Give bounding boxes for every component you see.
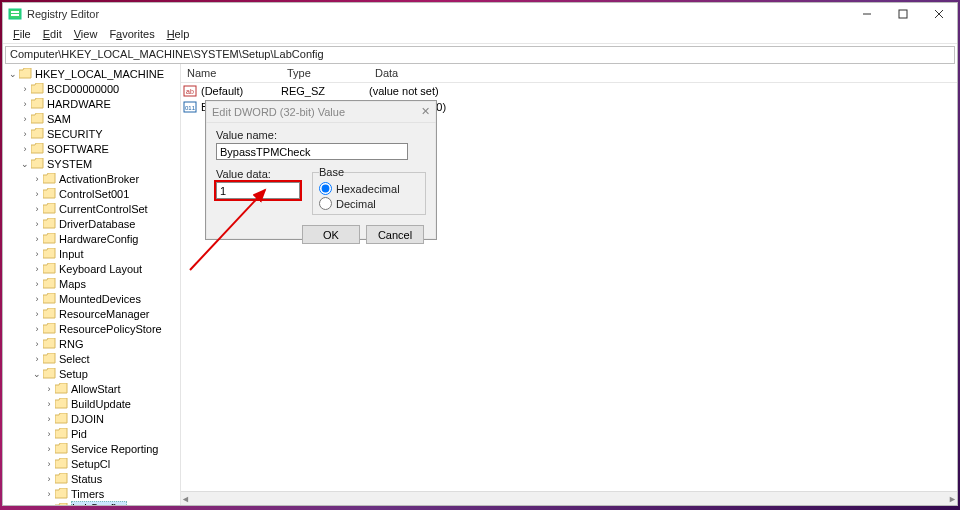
tree-item[interactable]: ›DJOIN xyxy=(3,411,180,426)
tree-item[interactable]: ›RNG xyxy=(3,336,180,351)
registry-tree[interactable]: ⌄HKEY_LOCAL_MACHINE›BCD00000000›HARDWARE… xyxy=(3,64,181,505)
tree-item-label: Input xyxy=(59,248,87,260)
radio-decimal[interactable]: Decimal xyxy=(319,197,419,210)
menu-edit[interactable]: Edit xyxy=(37,28,68,40)
tree-item-label: ActivationBroker xyxy=(59,173,143,185)
expand-toggle-icon[interactable]: › xyxy=(31,189,43,199)
maximize-button[interactable] xyxy=(885,3,921,25)
tree-item[interactable]: ›DriverDatabase xyxy=(3,216,180,231)
tree-item[interactable]: ›Select xyxy=(3,351,180,366)
tree-item[interactable]: ›CurrentControlSet xyxy=(3,201,180,216)
expand-toggle-icon[interactable]: › xyxy=(19,99,31,109)
menu-help[interactable]: Help xyxy=(161,28,196,40)
tree-item[interactable]: ›BuildUpdate xyxy=(3,396,180,411)
expand-toggle-icon[interactable]: › xyxy=(31,219,43,229)
col-name[interactable]: Name xyxy=(181,67,281,79)
expand-toggle-icon[interactable]: › xyxy=(43,399,55,409)
dialog-close-icon[interactable]: ✕ xyxy=(421,105,430,118)
svg-text:ab: ab xyxy=(186,88,194,95)
tree-item[interactable]: ⌄HKEY_LOCAL_MACHINE xyxy=(3,66,180,81)
expand-toggle-icon[interactable]: ⌄ xyxy=(7,69,19,79)
menubar: File Edit View Favorites Help xyxy=(3,25,957,44)
expand-toggle-icon[interactable]: › xyxy=(43,459,55,469)
tree-item-label: SAM xyxy=(47,113,75,125)
tree-item[interactable]: ›MountedDevices xyxy=(3,291,180,306)
tree-item[interactable]: ›Service Reporting xyxy=(3,441,180,456)
list-row[interactable]: ab(Default)REG_SZ(value not set) xyxy=(181,83,957,99)
tree-item[interactable]: ›SOFTWARE xyxy=(3,141,180,156)
expand-toggle-icon[interactable]: › xyxy=(31,294,43,304)
expand-toggle-icon[interactable]: › xyxy=(43,474,55,484)
value-data-field[interactable] xyxy=(216,182,300,199)
list-header[interactable]: Name Type Data xyxy=(181,64,957,83)
col-type[interactable]: Type xyxy=(281,67,369,79)
minimize-button[interactable] xyxy=(849,3,885,25)
tree-item[interactable]: ›Keyboard Layout xyxy=(3,261,180,276)
expand-toggle-icon[interactable]: › xyxy=(19,144,31,154)
expand-toggle-icon[interactable]: › xyxy=(43,384,55,394)
menu-file[interactable]: File xyxy=(7,28,37,40)
expand-toggle-icon[interactable]: › xyxy=(19,114,31,124)
tree-item[interactable]: ›ControlSet001 xyxy=(3,186,180,201)
tree-item[interactable]: ›ResourceManager xyxy=(3,306,180,321)
tree-item[interactable]: ›Pid xyxy=(3,426,180,441)
tree-item[interactable]: ›HARDWARE xyxy=(3,96,180,111)
expand-toggle-icon[interactable]: ⌄ xyxy=(19,159,31,169)
horizontal-scrollbar[interactable]: ◄► xyxy=(181,491,957,505)
expand-toggle-icon[interactable]: › xyxy=(31,309,43,319)
expand-toggle-icon[interactable]: › xyxy=(31,204,43,214)
expand-toggle-icon[interactable]: › xyxy=(31,264,43,274)
col-data[interactable]: Data xyxy=(369,67,957,79)
tree-item[interactable]: ›Maps xyxy=(3,276,180,291)
tree-item[interactable]: ›ResourcePolicyStore xyxy=(3,321,180,336)
expand-toggle-icon[interactable]: › xyxy=(43,444,55,454)
tree-item-label: HKEY_LOCAL_MACHINE xyxy=(35,68,168,80)
tree-item[interactable]: ›AllowStart xyxy=(3,381,180,396)
tree-item[interactable]: LabConfig xyxy=(3,501,180,505)
tree-item[interactable]: ⌄SYSTEM xyxy=(3,156,180,171)
expand-toggle-icon[interactable]: › xyxy=(31,339,43,349)
tree-item[interactable]: ›ActivationBroker xyxy=(3,171,180,186)
menu-view[interactable]: View xyxy=(68,28,104,40)
tree-item[interactable]: ›SECURITY xyxy=(3,126,180,141)
titlebar[interactable]: Registry Editor xyxy=(3,3,957,25)
expand-toggle-icon[interactable]: › xyxy=(31,249,43,259)
expand-toggle-icon[interactable]: › xyxy=(31,324,43,334)
cancel-button[interactable]: Cancel xyxy=(366,225,424,244)
tree-item[interactable]: ›Timers xyxy=(3,486,180,501)
radio-hexadecimal[interactable]: Hexadecimal xyxy=(319,182,419,195)
menu-favorites[interactable]: Favorites xyxy=(103,28,160,40)
tree-item[interactable]: ›HardwareConfig xyxy=(3,231,180,246)
tree-item[interactable]: ›SAM xyxy=(3,111,180,126)
expand-toggle-icon[interactable]: › xyxy=(31,174,43,184)
expand-toggle-icon[interactable]: › xyxy=(19,129,31,139)
edit-dword-dialog: Edit DWORD (32-bit) Value ✕ Value name: … xyxy=(205,100,437,240)
tree-item-label: ResourcePolicyStore xyxy=(59,323,166,335)
expand-toggle-icon[interactable]: › xyxy=(31,279,43,289)
tree-item-label: RNG xyxy=(59,338,87,350)
address-bar[interactable]: Computer\HKEY_LOCAL_MACHINE\SYSTEM\Setup… xyxy=(5,46,955,64)
close-button[interactable] xyxy=(921,3,957,25)
expand-toggle-icon[interactable]: › xyxy=(43,414,55,424)
expand-toggle-icon[interactable]: › xyxy=(31,354,43,364)
value-data-label: Value data: xyxy=(216,168,312,180)
tree-item-label: SECURITY xyxy=(47,128,107,140)
expand-toggle-icon[interactable]: › xyxy=(31,234,43,244)
value-name-field[interactable] xyxy=(216,143,408,160)
tree-item-label: ControlSet001 xyxy=(59,188,133,200)
regedit-icon xyxy=(8,7,22,21)
tree-item[interactable]: ›SetupCl xyxy=(3,456,180,471)
expand-toggle-icon[interactable]: ⌄ xyxy=(31,369,43,379)
tree-item[interactable]: ⌄Setup xyxy=(3,366,180,381)
tree-item[interactable]: ›Status xyxy=(3,471,180,486)
tree-item-label: DJOIN xyxy=(71,413,108,425)
ok-button[interactable]: OK xyxy=(302,225,360,244)
expand-toggle-icon[interactable]: › xyxy=(43,489,55,499)
expand-toggle-icon[interactable]: › xyxy=(19,84,31,94)
expand-toggle-icon[interactable]: › xyxy=(43,429,55,439)
window-title: Registry Editor xyxy=(27,8,99,20)
tree-item[interactable]: ›Input xyxy=(3,246,180,261)
value-data: 0x00000000 (0) xyxy=(369,101,957,113)
svg-text:011: 011 xyxy=(185,105,196,111)
tree-item[interactable]: ›BCD00000000 xyxy=(3,81,180,96)
